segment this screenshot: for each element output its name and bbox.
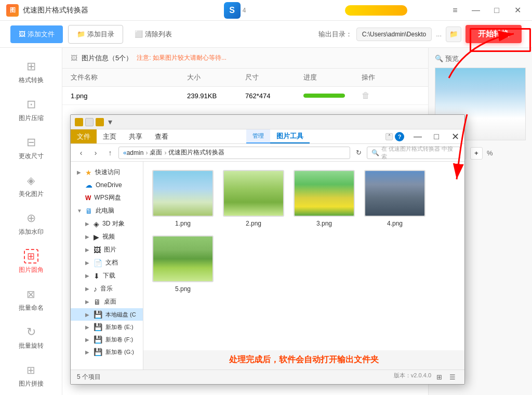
expand-arrow: ▶ — [77, 169, 82, 175]
sidebar-pc[interactable]: ▼ 🖥 此电脑 — [71, 204, 143, 217]
ribbon-tab-picture-tools[interactable]: 图片工具 — [270, 129, 310, 143]
sidebar-disk-f[interactable]: ▶ 💾 新加卷 (F:) — [71, 333, 143, 346]
file-name: 1.png — [71, 92, 187, 100]
disk-c-icon: 💾 — [94, 310, 102, 319]
help-button[interactable]: ? — [395, 132, 404, 141]
minimize-button[interactable]: — — [468, 4, 484, 17]
file-item-3png[interactable]: 3.png — [293, 170, 355, 227]
sidebar-disk-g[interactable]: ▶ 💾 新加卷 (G:) — [71, 346, 143, 358]
menu-button[interactable]: ≡ — [447, 4, 463, 17]
list-view-button[interactable]: ☰ — [447, 372, 458, 383]
address-bar[interactable]: « admin › 桌面 › 优速图片格式转换器 — [118, 147, 350, 159]
sidebar-wps[interactable]: W WPS网盘 — [71, 191, 143, 204]
sidebar-item-watermark[interactable]: ⊕ 添加水印 — [0, 205, 62, 243]
file-thumbnail-1 — [152, 170, 214, 217]
resize-icon: ⊟ — [24, 135, 38, 150]
sidebar-3d[interactable]: ▶ ◈ 3D 对象 — [71, 217, 143, 230]
clear-list-button[interactable]: ⬜ 清除列表 — [128, 25, 178, 43]
toolbar: 🖼 添加文件 📁 添加目录 ⬜ 清除列表 输出目录： C:\Users\admi… — [0, 21, 532, 48]
refresh-button[interactable]: ↻ — [352, 147, 365, 159]
add-file-button[interactable]: 🖼 添加文件 — [10, 25, 63, 43]
desktop-icon: 🖥 — [94, 298, 101, 306]
sidebar-label-corner: 图片圆角 — [19, 266, 44, 274]
expand-arrow: ▶ — [85, 312, 90, 318]
ribbon-tab-home[interactable]: 主页 — [97, 129, 123, 143]
sidebar-label-compress: 图片压缩 — [19, 114, 44, 123]
col-size: 大小 — [187, 73, 245, 82]
col-progress: 进度 — [303, 73, 362, 82]
sidebar-onedrive[interactable]: ☁ OneDrive — [71, 179, 143, 191]
explorer-quick-access-bar: ▾ — [71, 115, 464, 129]
path-part-admin: admin — [127, 149, 144, 156]
collage-icon: ⊞ — [24, 363, 38, 377]
sidebar-disk-e[interactable]: ▶ 💾 新加卷 (E:) — [71, 321, 143, 333]
toolbar-right: 输出目录： C:\Users\admin\Deskto ... 📁 开始转换 — [318, 25, 522, 43]
sidebar-item-rename[interactable]: ⊠ 批量命名 — [0, 281, 62, 319]
maximize-button[interactable]: □ — [488, 4, 505, 17]
sidebar-item-compress[interactable]: ⊡ 图片压缩 — [0, 91, 62, 129]
sidebar-label-format: 格式转换 — [19, 76, 44, 85]
nav-forward-button[interactable]: › — [89, 147, 102, 159]
file-item-1png[interactable]: 1.png — [152, 170, 214, 227]
file-item-4png[interactable]: 4.png — [364, 170, 426, 227]
docs-label: 文档 — [105, 258, 118, 267]
sidebar-item-beautify[interactable]: ◈ 美化图片 — [0, 167, 62, 205]
sidebar: ⊞ 格式转换 ⊡ 图片压缩 ⊟ 更改尺寸 ◈ 美化图片 ⊕ 添加水印 ⊞ 图片圆… — [0, 48, 62, 395]
exp-maximize-button[interactable]: □ — [427, 129, 446, 144]
expand-arrow: ▶ — [85, 260, 90, 266]
sidebar-docs[interactable]: ▶ 📄 文档 — [71, 256, 143, 269]
sidebar-item-format[interactable]: ⊞ 格式转换 — [0, 53, 62, 91]
col-name: 文件名称 — [71, 73, 187, 82]
ribbon-tab-view[interactable]: 查看 — [149, 129, 175, 143]
corner-increment-button[interactable]: + — [470, 147, 483, 160]
ribbon-collapse-button[interactable]: ˄ — [385, 133, 393, 140]
ribbon-tab-share[interactable]: 共享 — [123, 129, 149, 143]
explorer-nav-bar: ‹ › ↑ « admin › 桌面 › 优速图片格式转换器 ↻ 🔍 在 优速图… — [71, 144, 464, 162]
beautify-icon: ◈ — [24, 173, 38, 188]
sidebar-item-resize[interactable]: ⊟ 更改尺寸 — [0, 129, 62, 167]
nav-up-button[interactable]: ↑ — [104, 147, 116, 159]
file-thumbnail-3 — [294, 170, 355, 217]
search-bar[interactable]: 🔍 在 优速图片格式转换器 中搜索 — [367, 147, 460, 159]
search-icon: 🔍 — [371, 149, 379, 156]
expand-arrow: ▶ — [85, 337, 90, 343]
table-header: 文件名称 大小 尺寸 进度 操作 — [62, 69, 428, 87]
file-item-2png[interactable]: 2.png — [222, 170, 285, 227]
sidebar-music[interactable]: ▶ ♪ 音乐 — [71, 282, 143, 295]
start-convert-button[interactable]: 开始转换 — [466, 25, 522, 43]
file-item-5png[interactable]: 5.png — [152, 235, 214, 293]
quick-access-label: 快速访问 — [95, 168, 120, 177]
nav-back-button[interactable]: ‹ — [75, 147, 87, 159]
add-dir-button[interactable]: 📁 添加目录 — [68, 25, 123, 44]
disk-e-icon: 💾 — [94, 323, 102, 331]
file-size: 239.91KB — [187, 92, 245, 100]
path-part-1: « — [123, 149, 127, 156]
onedrive-icon: ☁ — [85, 181, 92, 189]
pc-label: 此电脑 — [96, 206, 114, 215]
delete-button[interactable]: 🗑 — [362, 91, 420, 100]
sidebar-images[interactable]: ▶ 🖼 图片 — [71, 243, 143, 256]
grid-view-button[interactable]: ⊞ — [433, 372, 445, 383]
sidebar-desktop[interactable]: ▶ 🖥 桌面 — [71, 295, 143, 308]
progress-bar-fill — [303, 94, 345, 98]
exp-close-button[interactable]: ✕ — [446, 129, 464, 144]
sidebar-quick-access[interactable]: ▶ ★ 快速访问 — [71, 166, 143, 179]
music-icon: ♪ — [94, 285, 97, 293]
file-info-bar: 🖼 图片信息（5个） 注意: 如果图片较大请耐心等待... — [62, 48, 428, 69]
ribbon-tab-file[interactable]: 文件 — [71, 129, 97, 143]
browse-folder-button[interactable]: 📁 — [446, 27, 461, 42]
sidebar-downloads[interactable]: ▶ ⬇ 下载 — [71, 269, 143, 282]
add-dir-icon: 📁 — [77, 30, 85, 38]
disk-g-label: 新加卷 (G:) — [105, 348, 134, 356]
images-label: 图片 — [104, 245, 116, 254]
sidebar-item-collage[interactable]: ⊞ 图片拼接 — [0, 357, 62, 394]
sidebar-item-rotate[interactable]: ↻ 批量旋转 — [0, 319, 62, 357]
exp-minimize-button[interactable]: — — [408, 129, 427, 144]
sidebar-disk-c[interactable]: ▶ 💾 本地磁盘 (C — [71, 308, 143, 321]
sidebar-item-corner[interactable]: ⊞ 图片圆角 — [0, 243, 62, 281]
expand-arrow: ▶ — [85, 273, 90, 279]
file-label-1: 1.png — [175, 220, 191, 227]
close-button[interactable]: ✕ — [509, 4, 526, 17]
sidebar-video[interactable]: ▶ ▶ 视频 — [71, 230, 143, 243]
pc-expand-arrow: ▼ — [77, 208, 82, 214]
